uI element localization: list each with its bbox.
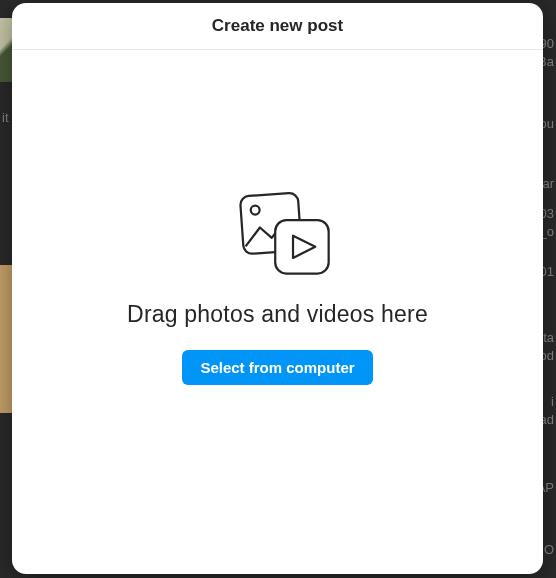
svg-rect-2 xyxy=(275,220,328,273)
modal-title: Create new post xyxy=(12,16,543,36)
dropzone[interactable]: Drag photos and videos here Select from … xyxy=(12,50,543,574)
media-upload-icon xyxy=(224,189,332,279)
create-post-modal: Create new post Drag photos and videos h… xyxy=(12,3,543,574)
modal-header: Create new post xyxy=(12,3,543,50)
dropzone-instruction: Drag photos and videos here xyxy=(127,301,428,328)
svg-point-1 xyxy=(250,206,259,215)
bg-text: i xyxy=(551,394,554,409)
select-from-computer-button[interactable]: Select from computer xyxy=(182,350,372,385)
bg-text: it xyxy=(2,110,9,125)
